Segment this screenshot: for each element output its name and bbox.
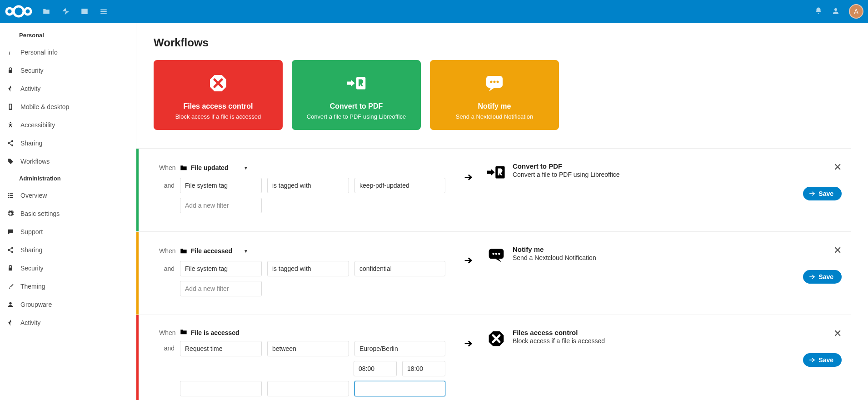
card-title: Convert to PDF	[330, 102, 383, 110]
save-button[interactable]: Save	[803, 270, 842, 284]
folder-icon	[180, 248, 187, 254]
sidebar-item-security[interactable]: Security	[0, 61, 136, 80]
gallery-app-icon[interactable]	[80, 7, 89, 16]
filter-field-input[interactable]	[180, 261, 262, 276]
sidebar-item-label: Activity	[20, 319, 40, 326]
pdf-convert-icon	[346, 70, 366, 96]
rule-color-bar	[136, 232, 139, 315]
activity-app-icon[interactable]	[61, 7, 70, 16]
info-icon: i	[7, 49, 14, 56]
card-notify-me[interactable]: Notify me Send a Nextcloud Notification	[430, 60, 559, 130]
filter-field-input[interactable]	[180, 178, 262, 193]
sidebar-item-sharing[interactable]: Sharing	[0, 134, 136, 152]
sidebar-item-workflows[interactable]: Workflows	[0, 152, 136, 170]
pdf-action-icon	[486, 162, 506, 182]
time-to-input[interactable]	[402, 361, 445, 376]
svg-point-0	[6, 8, 13, 15]
filter-operator-input[interactable]	[267, 381, 349, 396]
sidebar-item-label: Theming	[20, 283, 45, 290]
svg-point-22	[498, 253, 500, 255]
bolt-icon	[7, 85, 14, 92]
settings-sidebar: Personal i Personal info Security Activi…	[0, 23, 136, 400]
notify-action-icon	[486, 245, 506, 265]
sidebar-item-activity[interactable]: Activity	[0, 80, 136, 98]
logo[interactable]	[5, 4, 33, 19]
sidebar-item-theming[interactable]: Theming	[0, 277, 136, 295]
add-filter-button[interactable]: Add a new filter	[180, 281, 262, 296]
deck-app-icon[interactable]	[99, 7, 108, 16]
header-right: A	[814, 4, 863, 19]
filter-operator-input[interactable]	[267, 341, 349, 356]
block-icon	[208, 70, 228, 96]
card-desc: Block access if a file is accessed	[175, 113, 261, 120]
sidebar-item-groupware[interactable]: Groupware	[0, 295, 136, 314]
sidebar-section-admin: Administration	[0, 170, 136, 186]
sidebar-item-overview[interactable]: Overview	[0, 186, 136, 205]
filter-operator-input[interactable]	[267, 178, 349, 193]
delete-rule-button[interactable]: ✕	[833, 162, 842, 172]
sidebar-item-label: Basic settings	[20, 210, 60, 217]
user-avatar[interactable]: A	[849, 4, 863, 19]
folder-icon	[180, 329, 187, 336]
rule-color-bar	[136, 315, 139, 400]
rule-color-bar	[136, 149, 139, 231]
save-label: Save	[818, 356, 833, 364]
notifications-icon[interactable]	[814, 7, 823, 16]
tag-icon	[7, 158, 14, 165]
filter-value-input[interactable]	[354, 341, 445, 356]
filter-field-input[interactable]	[180, 381, 262, 396]
sidebar-item-security-admin[interactable]: Security	[0, 259, 136, 277]
save-button[interactable]: Save	[803, 187, 842, 200]
save-button[interactable]: Save	[803, 353, 842, 367]
sidebar-item-personal-info[interactable]: i Personal info	[0, 43, 136, 61]
action-title: Files access control	[513, 329, 605, 336]
filter-operator-input[interactable]	[267, 261, 349, 276]
card-convert-to-pdf[interactable]: Convert to PDF Convert a file to PDF usi…	[292, 60, 421, 130]
chevron-down-icon: ▼	[244, 249, 248, 254]
workflow-rule: When File updated ▼ and Add a new filter	[136, 148, 851, 231]
filter-value-input[interactable]	[354, 381, 445, 396]
arrow-icon	[450, 162, 486, 218]
svg-point-16	[494, 80, 496, 83]
trigger-select[interactable]: File updated ▼	[180, 162, 248, 173]
action-title: Notify me	[513, 245, 596, 253]
svg-text:i: i	[9, 49, 10, 56]
gear-icon	[7, 210, 14, 217]
filter-value-input[interactable]	[354, 178, 445, 193]
card-desc: Convert a file to PDF using Libreoffice	[307, 113, 406, 120]
time-from-input[interactable]	[354, 361, 397, 376]
contacts-icon[interactable]	[832, 7, 840, 16]
sidebar-item-support[interactable]: Support	[0, 223, 136, 241]
workflow-rule: When File is accessed and	[136, 315, 851, 400]
sidebar-item-activity-admin[interactable]: Activity	[0, 314, 136, 332]
sidebar-item-sharing-admin[interactable]: Sharing	[0, 241, 136, 259]
sidebar-item-mobile-desktop[interactable]: Mobile & desktop	[0, 98, 136, 116]
trigger-readonly: File is accessed	[180, 329, 239, 336]
svg-point-15	[490, 80, 493, 83]
add-filter-button[interactable]: Add a new filter	[180, 198, 262, 213]
filter-field-input[interactable]	[180, 341, 262, 356]
files-app-icon[interactable]	[42, 7, 51, 16]
trigger-label: File updated	[191, 164, 228, 171]
sidebar-item-label: Security	[20, 67, 44, 74]
arrow-icon	[450, 245, 486, 301]
card-desc: Send a Nextcloud Notification	[456, 113, 534, 120]
delete-rule-button[interactable]: ✕	[833, 245, 842, 255]
card-files-access-control[interactable]: Files access control Block access if a f…	[154, 60, 283, 130]
svg-point-2	[25, 8, 31, 15]
filter-value-input[interactable]	[354, 261, 445, 276]
brush-icon	[7, 283, 14, 290]
svg-point-11	[9, 302, 11, 305]
sidebar-item-accessibility[interactable]: Accessibility	[0, 116, 136, 134]
workflow-cards: Files access control Block access if a f…	[154, 60, 851, 130]
sidebar-item-basic-settings[interactable]: Basic settings	[0, 205, 136, 223]
and-label: and	[159, 341, 175, 352]
delete-rule-button[interactable]: ✕	[833, 329, 842, 339]
sidebar-item-label: Personal info	[20, 49, 58, 56]
sidebar-item-label: Sharing	[20, 246, 42, 254]
arrow-icon	[450, 329, 486, 396]
action-title: Convert to PDF	[513, 162, 620, 170]
trigger-select[interactable]: File accessed ▼	[180, 245, 248, 256]
lock-icon	[7, 67, 14, 74]
nav-apps	[42, 7, 108, 16]
